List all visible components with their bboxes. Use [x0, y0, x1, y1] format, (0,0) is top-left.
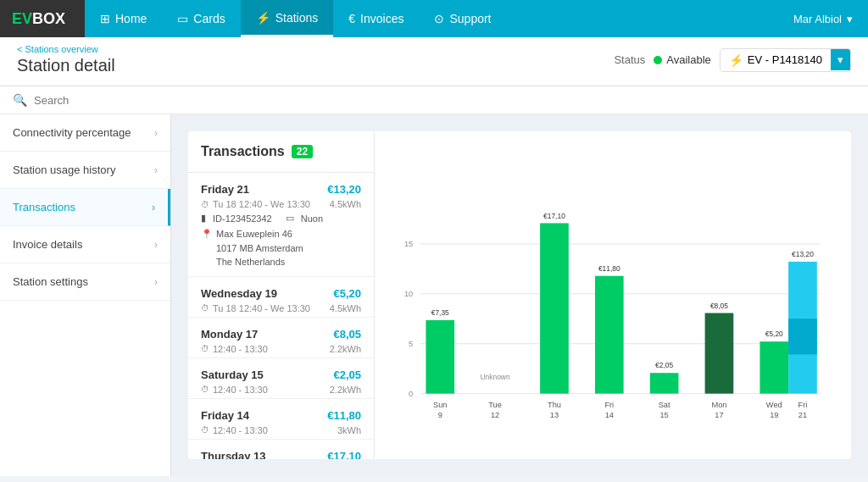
list-item[interactable]: Thursday 13 €17,10 [188, 440, 374, 460]
transactions-header: Transactions 22 [188, 131, 374, 173]
svg-text:0: 0 [409, 390, 413, 398]
breadcrumb[interactable]: Stations overview [17, 44, 115, 54]
chevron-right-icon: › [152, 202, 155, 213]
chart-area: 0 5 10 15 €7,35 Unknown [375, 131, 851, 459]
sidebar-item-transactions[interactable]: Transactions › [0, 189, 170, 226]
svg-text:9: 9 [438, 411, 442, 419]
support-icon: ⊙ [434, 12, 444, 25]
clock-icon: ⏱ [201, 200, 209, 209]
svg-text:17: 17 [715, 411, 723, 419]
station-dropdown-button[interactable]: ▾ [831, 49, 850, 70]
transaction-count-badge: 22 [292, 145, 313, 158]
svg-text:€11,80: €11,80 [598, 264, 620, 273]
svg-text:15: 15 [659, 411, 668, 419]
bar-wed19 [760, 341, 788, 393]
chevron-right-icon: › [154, 164, 158, 176]
svg-text:15: 15 [404, 240, 413, 248]
bar-fri21-lower [788, 319, 817, 354]
page-title: Station detail [17, 56, 115, 75]
status-indicator [654, 56, 662, 64]
list-item[interactable]: Friday 14 €11,80 ⏱ 12:40 - 13:30 3kWh [188, 399, 374, 440]
search-bar: 🔍 [0, 86, 868, 114]
svg-text:Fri: Fri [798, 402, 808, 410]
bolt-icon: ⚡ [729, 53, 743, 67]
list-item[interactable]: Monday 17 €8,05 ⏱ 12:40 - 13:30 2.2kWh [188, 318, 374, 358]
svg-text:€17,10: €17,10 [543, 212, 565, 220]
nav-stations[interactable]: ⚡ Stations [241, 0, 334, 37]
bar-thu13 [540, 223, 569, 393]
card-icon: ▭ [286, 213, 294, 224]
bar-mon17 [705, 313, 734, 394]
search-icon: 🔍 [13, 93, 27, 107]
bar-fri14 [595, 276, 624, 394]
nav-home[interactable]: ⊞ Home [85, 0, 162, 37]
svg-text:14: 14 [605, 411, 614, 419]
nav-support[interactable]: ⊙ Support [419, 0, 506, 37]
svg-text:€2,05: €2,05 [655, 361, 673, 369]
svg-text:19: 19 [770, 411, 778, 419]
status-label: Status [614, 53, 645, 66]
chevron-right-icon: › [154, 239, 158, 251]
nav-invoices[interactable]: € Invoices [333, 0, 419, 37]
svg-text:Wed: Wed [766, 402, 782, 410]
bar-chart-container: 0 5 10 15 €7,35 Unknown [392, 148, 834, 446]
top-navigation: EVBOX ⊞ Home ▭ Cards ⚡ Stations € Invoic… [0, 0, 868, 37]
svg-text:Sat: Sat [659, 402, 670, 410]
chevron-down-icon: ▾ [837, 53, 843, 66]
sidebar-item-usage-history[interactable]: Station usage history › [0, 152, 170, 189]
location-icon: 📍 [201, 227, 213, 269]
chevron-right-icon: › [154, 127, 158, 139]
invoices-icon: € [348, 12, 355, 25]
svg-text:Tue: Tue [488, 402, 502, 410]
svg-text:21: 21 [798, 411, 807, 419]
cards-icon: ▭ [177, 12, 188, 25]
sidebar-item-connectivity[interactable]: Connectivity percentage › [0, 114, 170, 152]
bar-sun9 [426, 320, 454, 394]
svg-text:10: 10 [404, 290, 413, 298]
svg-text:12: 12 [491, 411, 499, 419]
list-item[interactable]: Wednesday 19 €5,20 ⏱ Tu 18 12:40 - We 13… [188, 277, 374, 318]
sidebar-item-invoice-details[interactable]: Invoice details › [0, 226, 170, 263]
main-layout: Connectivity percentage › Station usage … [0, 114, 868, 476]
svg-text:€13,20: €13,20 [792, 250, 814, 258]
logo: EVBOX [0, 0, 85, 37]
sidebar: Connectivity percentage › Station usage … [0, 114, 171, 476]
svg-text:13: 13 [550, 411, 559, 419]
svg-text:€7,35: €7,35 [431, 308, 449, 317]
svg-text:Thu: Thu [548, 402, 561, 410]
clock-icon: ⏱ [201, 425, 209, 435]
bar-sat15 [650, 373, 679, 393]
list-item[interactable]: Saturday 15 €2,05 ⏱ 12:40 - 13:30 2.2kWh [188, 358, 374, 399]
bar-chart: 0 5 10 15 €7,35 Unknown [392, 148, 834, 446]
clock-icon: ⏱ [201, 303, 209, 313]
transactions-panel: Transactions 22 Friday 21 €13,20 ⏱ Tu 18… [188, 131, 851, 459]
station-selector[interactable]: ⚡ EV - P1418140 ▾ [720, 48, 851, 72]
svg-text:Unknown: Unknown [481, 373, 510, 381]
station-id-button[interactable]: ⚡ EV - P1418140 [721, 49, 831, 71]
content-area: Transactions 22 Friday 21 €13,20 ⏱ Tu 18… [171, 114, 868, 476]
list-item[interactable]: Friday 21 €13,20 ⏱ Tu 18 12:40 - We 13:3… [188, 173, 374, 277]
svg-text:5: 5 [409, 340, 413, 348]
search-input[interactable] [34, 94, 161, 107]
chevron-down-icon: ▾ [847, 13, 853, 25]
nav-cards[interactable]: ▭ Cards [162, 0, 240, 37]
clock-icon: ⏱ [201, 344, 209, 353]
status-badge: Available [654, 53, 711, 66]
transaction-list: Transactions 22 Friday 21 €13,20 ⏱ Tu 18… [188, 131, 375, 459]
page-header: Stations overview Station detail Status … [0, 37, 868, 86]
home-icon: ⊞ [100, 12, 110, 25]
chevron-right-icon: › [154, 276, 158, 288]
svg-text:Sun: Sun [433, 402, 447, 410]
svg-text:Mon: Mon [711, 402, 726, 410]
svg-text:Fri: Fri [604, 402, 614, 410]
user-menu[interactable]: Mar Albiol ▾ [778, 13, 868, 25]
svg-text:€8,05: €8,05 [710, 302, 728, 310]
sidebar-item-station-settings[interactable]: Station settings › [0, 263, 170, 301]
plug-icon: ▮ [201, 213, 206, 224]
svg-text:€5,20: €5,20 [765, 330, 783, 338]
clock-icon: ⏱ [201, 385, 209, 394]
stations-icon: ⚡ [256, 11, 270, 25]
